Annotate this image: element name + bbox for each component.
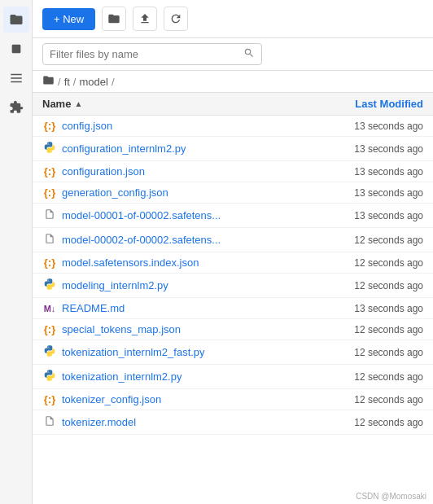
- main-panel: + New: [33, 0, 433, 504]
- file-name-text: modeling_internlm2.py: [62, 279, 168, 291]
- table-row[interactable]: {:} generation_config.json 13 seconds ag…: [33, 182, 433, 204]
- file-name: M↓ README.md: [42, 302, 309, 314]
- file-name: model-00002-of-00002.safetens...: [42, 232, 309, 248]
- file-modified: 12 seconds ago: [309, 347, 423, 358]
- file-name: {:} configuration.json: [42, 165, 309, 177]
- file-name: {:} generation_config.json: [42, 186, 309, 199]
- file-name-text: config.json: [62, 120, 112, 132]
- file-modified: 12 seconds ago: [309, 394, 423, 405]
- table-row[interactable]: model-00001-of-00002.safetens... 13 seco…: [33, 204, 433, 228]
- puzzle-icon: [9, 100, 24, 115]
- table-row[interactable]: tokenization_internlm2_fast.py 12 second…: [33, 340, 433, 365]
- refresh-button[interactable]: [164, 7, 188, 31]
- file-icon: [42, 232, 57, 248]
- sidebar-icon-extensions[interactable]: [3, 94, 29, 121]
- breadcrumb-ft[interactable]: ft: [64, 76, 70, 88]
- file-name-text: special_tokens_map.json: [62, 323, 181, 335]
- json-icon: {:}: [42, 186, 57, 199]
- file-modified: 13 seconds ago: [309, 303, 423, 314]
- file-name: {:} tokenizer_config.json: [42, 393, 309, 405]
- file-name-text: model-00002-of-00002.safetens...: [62, 234, 221, 246]
- search-input[interactable]: [50, 48, 243, 60]
- file-name: {:} special_tokens_map.json: [42, 323, 309, 335]
- file-table: Name ▲ Last Modified {:} config.json 13 …: [33, 93, 433, 504]
- col-name-label: Name: [42, 98, 71, 110]
- json-icon: {:}: [42, 120, 57, 132]
- file-icon: [42, 414, 57, 430]
- svg-rect-2: [11, 77, 22, 79]
- table-row[interactable]: tokenization_internlm2.py 12 seconds ago: [33, 365, 433, 389]
- stop-icon: [10, 42, 23, 55]
- breadcrumb-sep-3: /: [112, 76, 115, 88]
- file-name-text: configuration_internlm2.py: [62, 142, 186, 155]
- file-modified: 12 seconds ago: [309, 371, 423, 383]
- file-name: tokenization_internlm2.py: [42, 369, 309, 384]
- file-modified: 12 seconds ago: [309, 280, 423, 291]
- json-icon: {:}: [42, 256, 57, 269]
- breadcrumb-sep-1: /: [58, 76, 61, 88]
- breadcrumb-folder-icon: [42, 74, 55, 89]
- file-modified: 12 seconds ago: [309, 234, 423, 246]
- file-name: {:} model.safetensors.index.json: [42, 256, 309, 269]
- file-name-text: model.safetensors.index.json: [62, 256, 199, 269]
- refresh-icon: [169, 12, 182, 25]
- table-row[interactable]: M↓ README.md 13 seconds ago: [33, 298, 433, 319]
- md-icon: M↓: [42, 304, 57, 313]
- table-row[interactable]: tokenizer.model 12 seconds ago: [33, 410, 433, 435]
- search-icon: [243, 47, 255, 61]
- file-name: configuration_internlm2.py: [42, 141, 309, 156]
- table-row[interactable]: {:} configuration.json 13 seconds ago: [33, 161, 433, 182]
- file-name: {:} config.json: [42, 120, 309, 132]
- upload-icon: [138, 12, 151, 25]
- file-modified: 12 seconds ago: [309, 324, 423, 335]
- breadcrumb-sep-2: /: [73, 76, 77, 88]
- file-icon: [42, 208, 57, 223]
- sidebar-icon-folder[interactable]: [3, 7, 29, 33]
- py-icon: [42, 141, 57, 156]
- file-name-text: configuration.json: [62, 165, 145, 177]
- list-icon: [9, 71, 24, 85]
- file-modified: 13 seconds ago: [309, 187, 423, 199]
- table-header: Name ▲ Last Modified: [33, 93, 433, 116]
- file-modified: 13 seconds ago: [309, 143, 423, 155]
- file-name: modeling_internlm2.py: [42, 278, 309, 293]
- search-bar: [33, 38, 433, 71]
- json-icon: {:}: [42, 393, 57, 405]
- json-icon: {:}: [42, 323, 57, 335]
- table-row[interactable]: {:} config.json 13 seconds ago: [33, 116, 433, 137]
- breadcrumb-model[interactable]: model: [79, 76, 107, 88]
- table-row[interactable]: {:} special_tokens_map.json 12 seconds a…: [33, 319, 433, 340]
- file-name-text: model-00001-of-00002.safetens...: [62, 209, 221, 221]
- table-row[interactable]: {:} model.safetensors.index.json 12 seco…: [33, 252, 433, 274]
- file-name-text: tokenization_internlm2_fast.py: [62, 346, 205, 358]
- upload-file-button[interactable]: [133, 7, 157, 31]
- search-input-wrap[interactable]: [42, 43, 262, 65]
- file-name-text: tokenizer.model: [62, 416, 136, 428]
- svg-rect-3: [11, 81, 22, 83]
- json-icon: {:}: [42, 165, 57, 177]
- sort-arrow[interactable]: ▲: [74, 99, 82, 108]
- file-name: model-00001-of-00002.safetens...: [42, 208, 309, 223]
- file-modified: 12 seconds ago: [309, 417, 423, 428]
- table-row[interactable]: model-00002-of-00002.safetens... 12 seco…: [33, 228, 433, 252]
- folder-icon: [9, 12, 24, 27]
- file-name-text: tokenization_internlm2.py: [62, 370, 182, 383]
- py-icon: [42, 369, 57, 384]
- table-row[interactable]: configuration_internlm2.py 13 seconds ag…: [33, 137, 433, 161]
- new-button[interactable]: + New: [42, 8, 95, 30]
- file-modified: 13 seconds ago: [309, 121, 423, 132]
- file-name-text: tokenizer_config.json: [62, 393, 161, 405]
- breadcrumb: / ft / model /: [33, 71, 433, 93]
- sidebar-icon-stop[interactable]: [3, 36, 29, 62]
- col-name-header: Name ▲: [42, 98, 309, 110]
- file-name-text: README.md: [62, 302, 125, 314]
- py-icon: [42, 278, 57, 293]
- toolbar: + New: [33, 0, 433, 38]
- sidebar: [0, 0, 33, 504]
- table-row[interactable]: modeling_internlm2.py 12 seconds ago: [33, 274, 433, 298]
- upload-folder-icon: [107, 12, 120, 25]
- sidebar-icon-list[interactable]: [3, 65, 29, 91]
- upload-folder-button[interactable]: [102, 7, 126, 31]
- table-row[interactable]: {:} tokenizer_config.json 12 seconds ago: [33, 389, 433, 410]
- file-modified: 13 seconds ago: [309, 166, 423, 177]
